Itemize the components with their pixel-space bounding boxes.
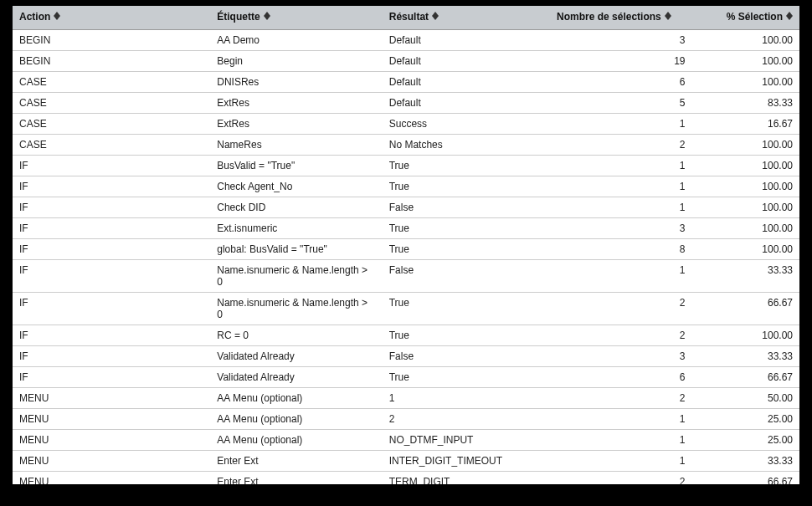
col-nombre-selections-label: Nombre de sélections [557, 11, 661, 23]
cell-action: CASE [13, 114, 210, 135]
cell-action: IF [13, 367, 210, 388]
cell-pct: 33.33 [692, 260, 799, 293]
cell-pct: 100.00 [692, 176, 799, 197]
cell-resultat: Default [383, 51, 550, 72]
cell-nombre: 1 [550, 176, 692, 197]
col-nombre-selections[interactable]: Nombre de sélections [550, 6, 692, 30]
cell-action: CASE [13, 135, 210, 156]
cell-resultat: INTER_DIGIT_TIMEOUT [383, 451, 550, 472]
cell-resultat: 2 [383, 409, 550, 430]
cell-resultat: False [383, 260, 550, 293]
cell-pct: 66.67 [692, 293, 799, 325]
cell-action: MENU [13, 472, 210, 485]
cell-etiquette: global: BusValid = "True" [210, 239, 382, 260]
table-row: IFValidated AlreadyFalse333.33 [13, 346, 799, 367]
table-row: MENUAA Menu (optional)NO_DTMF_INPUT125.0… [13, 430, 799, 451]
col-etiquette[interactable]: Étiquette [210, 6, 382, 30]
sort-icon[interactable] [264, 12, 270, 20]
cell-etiquette: NameRes [210, 135, 382, 156]
cell-resultat: No Matches [383, 135, 550, 156]
cell-pct: 83.33 [692, 93, 799, 114]
cell-etiquette: Enter Ext [210, 472, 382, 485]
cell-resultat: Success [383, 114, 550, 135]
report-frame: Action Étiquette [13, 6, 799, 484]
cell-etiquette: Check DID [210, 197, 382, 218]
cell-pct: 100.00 [692, 197, 799, 218]
cell-nombre: 6 [550, 72, 692, 93]
table-row: IFValidated AlreadyTrue666.67 [13, 367, 799, 388]
cell-nombre: 1 [550, 114, 692, 135]
cell-nombre: 2 [550, 135, 692, 156]
cell-resultat: 1 [383, 388, 550, 409]
cell-resultat: Default [383, 72, 550, 93]
cell-etiquette: Begin [210, 51, 382, 72]
cell-etiquette: Name.isnumeric & Name.length > 0 [210, 260, 382, 293]
sort-icon[interactable] [432, 12, 439, 20]
sort-icon[interactable] [54, 12, 60, 20]
table-row: IFExt.isnumericTrue3100.00 [13, 218, 799, 239]
cell-nombre: 3 [550, 346, 692, 367]
cell-etiquette: RC = 0 [210, 325, 382, 346]
table-row: IFName.isnumeric & Name.length > 0True26… [13, 293, 799, 325]
cell-pct: 100.00 [692, 135, 799, 156]
sort-icon[interactable] [786, 12, 793, 20]
table-row: MENUEnter ExtINTER_DIGIT_TIMEOUT133.33 [13, 451, 799, 472]
cell-etiquette: Check Agent_No [210, 176, 382, 197]
cell-pct: 50.00 [692, 388, 799, 409]
cell-action: CASE [13, 72, 210, 93]
cell-pct: 66.67 [692, 367, 799, 388]
cell-action: IF [13, 176, 210, 197]
cell-resultat: Default [383, 93, 550, 114]
col-action-label: Action [19, 11, 50, 23]
cell-pct: 100.00 [692, 218, 799, 239]
table-row: IFRC = 0True2100.00 [13, 325, 799, 346]
cell-action: IF [13, 197, 210, 218]
sort-icon[interactable] [665, 12, 671, 20]
col-pct-selection[interactable]: % Sélection [692, 6, 799, 30]
table-row: CASENameResNo Matches2100.00 [13, 135, 799, 156]
cell-action: BEGIN [13, 51, 210, 72]
cell-action: IF [13, 239, 210, 260]
cell-nombre: 2 [550, 325, 692, 346]
table-row: BEGINAA DemoDefault3100.00 [13, 30, 799, 51]
cell-etiquette: Validated Already [210, 367, 382, 388]
cell-resultat: True [383, 156, 550, 176]
cell-pct: 100.00 [692, 51, 799, 72]
cell-resultat: True [383, 367, 550, 388]
cell-nombre: 3 [550, 30, 692, 51]
cell-pct: 25.00 [692, 430, 799, 451]
col-etiquette-label: Étiquette [217, 11, 260, 23]
table-row: MENUAA Menu (optional)2125.00 [13, 409, 799, 430]
cell-nombre: 1 [550, 409, 692, 430]
cell-nombre: 1 [550, 430, 692, 451]
cell-resultat: False [383, 197, 550, 218]
cell-pct: 100.00 [692, 239, 799, 260]
cell-resultat: Default [383, 30, 550, 51]
cell-etiquette: AA Demo [210, 30, 382, 51]
cell-pct: 100.00 [692, 325, 799, 346]
cell-action: MENU [13, 388, 210, 409]
cell-etiquette: Validated Already [210, 346, 382, 367]
results-table: Action Étiquette [13, 6, 799, 484]
cell-pct: 100.00 [692, 30, 799, 51]
cell-etiquette: AA Menu (optional) [210, 430, 382, 451]
cell-etiquette: Enter Ext [210, 451, 382, 472]
cell-action: MENU [13, 451, 210, 472]
cell-etiquette: BusValid = "True" [210, 156, 382, 176]
table-row: MENUAA Menu (optional)1250.00 [13, 388, 799, 409]
cell-resultat: True [383, 176, 550, 197]
col-resultat[interactable]: Résultat [383, 6, 550, 30]
cell-etiquette: AA Menu (optional) [210, 409, 382, 430]
scroll-container[interactable]: Action Étiquette [13, 6, 799, 484]
cell-pct: 16.67 [692, 114, 799, 135]
cell-pct: 100.00 [692, 72, 799, 93]
table-row: CASEExtResSuccess116.67 [13, 114, 799, 135]
col-action[interactable]: Action [13, 6, 210, 30]
cell-nombre: 6 [550, 367, 692, 388]
cell-action: IF [13, 260, 210, 293]
cell-nombre: 19 [550, 51, 692, 72]
cell-action: IF [13, 293, 210, 325]
cell-action: IF [13, 325, 210, 346]
table-row: CASEExtResDefault583.33 [13, 93, 799, 114]
table-row: CASEDNISResDefault6100.00 [13, 72, 799, 93]
